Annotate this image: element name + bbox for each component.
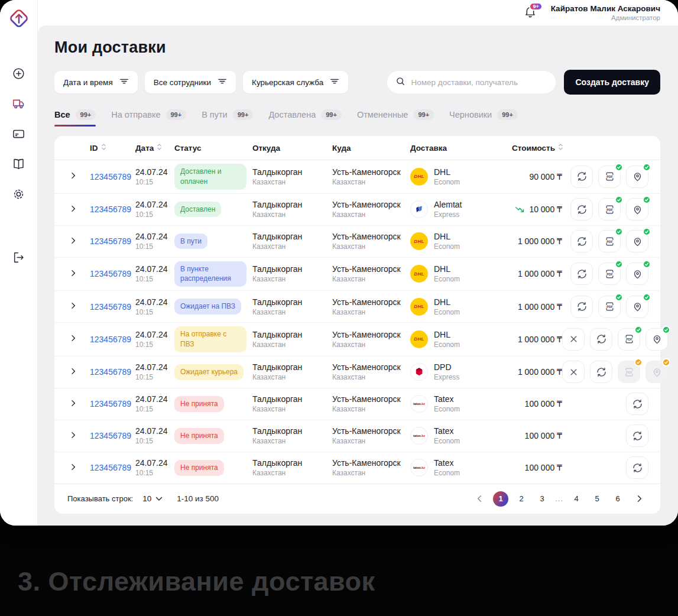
delivery-time: 10:15	[135, 405, 174, 413]
search-icon	[395, 76, 405, 89]
check-badge	[634, 326, 643, 334]
page-number-button[interactable]: 6	[610, 491, 625, 507]
refresh-action-button[interactable]	[570, 230, 593, 252]
refresh-action-button[interactable]	[590, 361, 612, 383]
app-logo-icon[interactable]	[8, 7, 30, 30]
table-row: 123456789 24.07.2410:15 Доставлен и опла…	[54, 160, 660, 194]
truck-icon	[12, 97, 25, 112]
tab-all[interactable]: Все99+	[54, 109, 96, 127]
expand-row-button[interactable]	[66, 267, 80, 281]
close-action-button[interactable]	[562, 328, 585, 351]
check-badge	[643, 293, 651, 301]
refresh-action-button[interactable]	[626, 424, 648, 447]
sidebar-item-logout[interactable]	[7, 247, 31, 270]
to-country: Казахстан	[332, 242, 410, 251]
tab-cancelled[interactable]: Отмененные99+	[357, 109, 434, 127]
delivery-id-link[interactable]: 123456789	[90, 431, 131, 440]
pin-action-button[interactable]	[626, 166, 648, 188]
carrier-tariff: Econom	[434, 242, 460, 251]
expand-row-button[interactable]	[66, 202, 80, 216]
carrier-name: DHL	[434, 264, 460, 274]
column-header-price[interactable]: Стоимость	[512, 143, 562, 153]
expand-row-button[interactable]	[66, 365, 80, 379]
notifications-count-badge: 9+	[529, 2, 542, 11]
tab-shipping[interactable]: На отправке99+	[111, 109, 186, 127]
pin-action-button[interactable]	[626, 262, 648, 285]
delivery-id-link[interactable]: 123456789	[90, 205, 131, 214]
column-header-id[interactable]: ID	[90, 143, 135, 153]
from-country: Казахстан	[252, 242, 332, 251]
tab-delivered[interactable]: Доставлена99+	[268, 109, 341, 127]
delivery-id-link[interactable]: 123456789	[90, 399, 131, 408]
sidebar-item-add[interactable]	[7, 63, 31, 86]
filter-employees-button[interactable]: Все сотрудники	[145, 71, 236, 93]
refresh-action-button[interactable]	[570, 198, 593, 221]
expand-row-button[interactable]	[66, 332, 80, 346]
expand-row-button[interactable]	[66, 461, 80, 475]
pdf-action-button[interactable]: PDF	[618, 328, 640, 351]
create-delivery-button[interactable]: Создать доставку	[564, 70, 660, 95]
delivery-id-link[interactable]: 123456789	[90, 335, 131, 344]
page-number-button[interactable]: 2	[514, 491, 529, 507]
next-page-button[interactable]	[631, 491, 647, 507]
refresh-action-button[interactable]	[570, 262, 593, 285]
to-city: Усть-Каменогорск	[332, 394, 410, 404]
filter-courier-button[interactable]: Курьерская служба	[243, 71, 348, 93]
sidebar-item-catalog[interactable]	[7, 153, 31, 177]
refresh-action-button[interactable]	[626, 393, 648, 415]
delivery-id-link[interactable]: 123456789	[90, 236, 131, 246]
delivery-id-link[interactable]: 123456789	[90, 463, 131, 472]
expand-row-button[interactable]	[66, 397, 80, 411]
pin-action-button[interactable]	[626, 198, 648, 221]
delivery-time: 10:15	[135, 242, 174, 251]
refresh-action-button[interactable]	[570, 296, 593, 318]
credit-card-icon	[12, 127, 25, 142]
refresh-action-button[interactable]	[590, 328, 612, 351]
pin-action-button[interactable]	[645, 328, 668, 351]
delivery-id-link[interactable]: 123456789	[90, 302, 131, 312]
expand-row-button[interactable]	[66, 300, 80, 314]
check-badge	[643, 196, 651, 204]
sidebar-item-deliveries[interactable]	[7, 93, 31, 116]
search-input[interactable]	[411, 78, 547, 87]
pdf-action-button[interactable]: PDF	[598, 198, 621, 221]
page-number-button[interactable]: 5	[589, 491, 605, 507]
page-number-button[interactable]: 3	[534, 491, 550, 507]
delivery-date: 24.07.24	[135, 426, 174, 436]
refresh-action-button[interactable]	[570, 166, 593, 188]
pin-action-button[interactable]	[626, 296, 648, 318]
refresh-action-button[interactable]	[626, 456, 648, 479]
delivery-id-link[interactable]: 123456789	[90, 172, 131, 181]
notifications-button[interactable]: 9+	[523, 5, 538, 21]
sidebar-item-payments[interactable]	[7, 123, 31, 147]
page-number-button[interactable]: 1	[493, 491, 508, 507]
pin-action-button[interactable]	[626, 230, 648, 252]
rows-per-page-select[interactable]: 10	[142, 494, 163, 503]
to-city: Усть-Каменогорск	[332, 200, 410, 209]
delivery-date: 24.07.24	[135, 167, 174, 177]
filter-date-button[interactable]: Дата и время	[54, 71, 138, 93]
dhl-logo: DHL	[410, 232, 428, 250]
tab-drafts[interactable]: Черновики99+	[449, 109, 518, 127]
pdf-action-button[interactable]: PDF	[598, 262, 621, 285]
filter-row: Дата и время Все сотрудники Курьерская с…	[54, 70, 660, 95]
price-value: 1 000 000 ₸	[518, 335, 562, 344]
close-action-button[interactable]	[562, 361, 585, 383]
sidebar-item-settings[interactable]	[7, 183, 31, 207]
pdf-action-button[interactable]: PDF	[598, 230, 621, 252]
status-badge: Доставлен и оплачен	[174, 164, 246, 190]
tab-in-transit[interactable]: В пути99+	[202, 109, 253, 127]
page-number-button[interactable]: 4	[569, 491, 584, 507]
prev-page-button[interactable]	[471, 491, 488, 507]
expand-row-button[interactable]	[66, 234, 80, 248]
expand-row-button[interactable]	[66, 170, 80, 184]
user-menu[interactable]: Кайратов Малик Аскарович Администратор	[551, 4, 660, 21]
pdf-action-button[interactable]: PDF	[598, 296, 621, 318]
tab-count-badge: 99+	[497, 109, 518, 120]
column-header-date[interactable]: Дата	[135, 143, 174, 153]
expand-row-button[interactable]	[66, 429, 80, 443]
pdf-action-button[interactable]: PDF	[598, 166, 621, 188]
table-row: 123456789 24.07.2410:15 Ожидает курьера …	[54, 356, 660, 388]
delivery-id-link[interactable]: 123456789	[90, 367, 131, 377]
delivery-id-link[interactable]: 123456789	[90, 269, 131, 278]
